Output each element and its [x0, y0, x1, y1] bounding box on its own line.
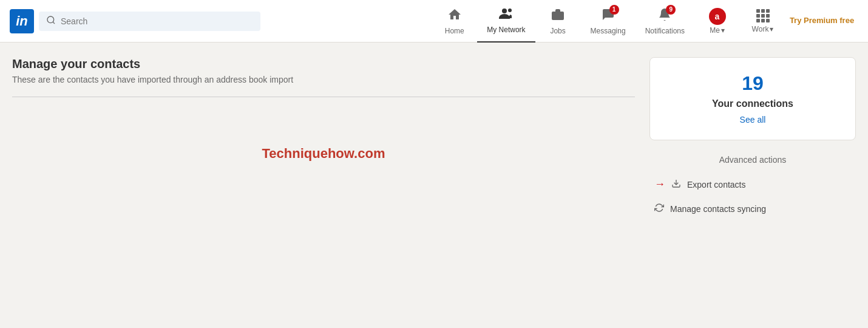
search-icon: [46, 15, 56, 27]
premium-link[interactable]: Try Premium free: [785, 0, 858, 43]
my-network-icon: [499, 7, 514, 24]
svg-line-1: [53, 22, 55, 24]
linkedin-logo[interactable]: in: [10, 9, 34, 33]
search-bar-container[interactable]: [39, 12, 260, 31]
nav-label-notifications: Notifications: [645, 27, 685, 35]
linkedin-logo-text: in: [16, 15, 28, 28]
jobs-icon: [551, 7, 565, 26]
messaging-badge: 1: [609, 5, 619, 15]
work-label-arrow: Work ▾: [752, 25, 774, 33]
sync-icon: [654, 203, 664, 214]
search-input[interactable]: [61, 16, 253, 26]
left-section: Manage your contacts These are the conta…: [12, 57, 635, 225]
see-all-link[interactable]: See all: [740, 115, 766, 125]
watermark-text: Techniquehow.com: [12, 109, 635, 198]
page-subtitle: These are the contacts you have imported…: [12, 75, 635, 84]
nav-item-notifications[interactable]: 9 Notifications: [636, 0, 694, 43]
home-icon: [447, 7, 462, 26]
nav-label-work: Work: [752, 25, 769, 33]
nav-item-work[interactable]: Work ▾: [740, 0, 785, 43]
svg-point-3: [508, 9, 512, 12]
svg-point-0: [47, 16, 54, 23]
manage-syncing-item[interactable]: Manage contacts syncing: [649, 197, 856, 220]
me-avatar: a: [709, 8, 726, 25]
work-grid-icon: [756, 9, 770, 22]
svg-rect-4: [552, 12, 564, 20]
notifications-badge: 9: [666, 5, 676, 15]
me-chevron-icon: ▾: [721, 26, 725, 35]
me-label-arrow: Me ▾: [710, 26, 725, 35]
section-divider: [12, 97, 635, 97]
connections-card: 19 Your connections See all: [649, 57, 856, 140]
nav-label-jobs: Jobs: [550, 27, 565, 35]
navbar-nav: Home My Network Jobs: [432, 0, 858, 43]
export-arrow-icon: →: [654, 178, 665, 191]
advanced-actions: Advanced actions → Export contacts: [649, 150, 856, 225]
nav-item-me[interactable]: a Me ▾: [694, 0, 740, 43]
connections-label: Your connections: [665, 98, 841, 109]
nav-label-home: Home: [445, 27, 464, 35]
navbar: in Home: [0, 0, 868, 43]
nav-item-jobs[interactable]: Jobs: [535, 0, 581, 43]
work-chevron-icon: ▾: [770, 25, 773, 33]
page-title: Manage your contacts: [12, 57, 635, 71]
nav-item-home[interactable]: Home: [432, 0, 477, 43]
nav-label-me: Me: [710, 26, 720, 35]
export-icon: [671, 179, 681, 190]
svg-point-2: [502, 9, 507, 13]
navbar-left: in: [10, 9, 260, 33]
manage-syncing-label: Manage contacts syncing: [670, 204, 766, 214]
export-contacts-label: Export contacts: [687, 180, 746, 190]
nav-label-my-network: My Network: [487, 26, 525, 34]
notifications-icon: 9: [657, 7, 672, 26]
right-sidebar: 19 Your connections See all Advanced act…: [649, 57, 856, 225]
advanced-title: Advanced actions: [649, 155, 856, 165]
connections-count: 19: [665, 72, 841, 95]
messaging-icon: 1: [601, 7, 615, 26]
export-contacts-item[interactable]: → Export contacts: [649, 172, 856, 197]
nav-item-my-network[interactable]: My Network: [477, 0, 535, 43]
main-content: Manage your contacts These are the conta…: [0, 43, 868, 240]
nav-label-messaging: Messaging: [591, 27, 626, 35]
nav-item-messaging[interactable]: 1 Messaging: [581, 0, 636, 43]
